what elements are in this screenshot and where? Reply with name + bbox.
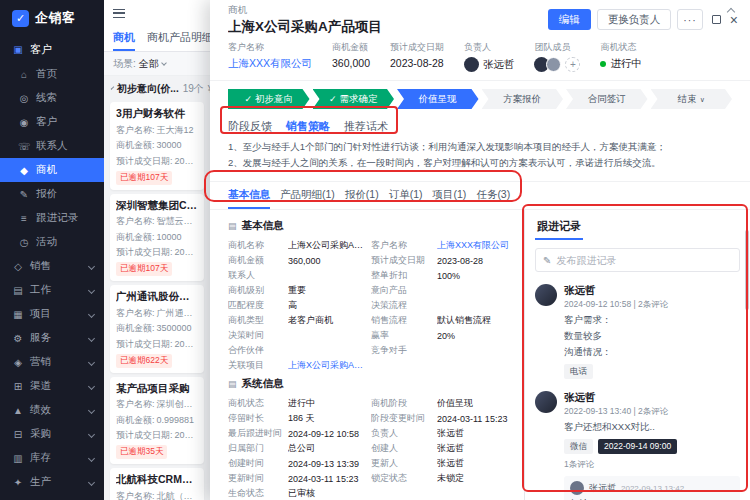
card-date-line: 预计成交日期:2024-05-29 xyxy=(116,155,198,168)
edit-button[interactable]: 编辑 xyxy=(548,9,591,30)
menu-icon: ⌂ xyxy=(18,69,30,80)
field-row: 联系人 整单折扣 100% xyxy=(228,268,514,283)
field-value: 总公司 xyxy=(288,442,365,455)
sidebar-group[interactable]: ⚙ 服务 xyxy=(0,326,104,350)
field-row: 关联项目 上海X公司采购A产品项目 xyxy=(228,358,514,373)
fullscreen-icon[interactable] xyxy=(712,15,721,24)
add-team-member-button[interactable] xyxy=(565,57,580,72)
stage-step[interactable]: 方案报价 xyxy=(482,89,564,109)
field-label: 生命状态 xyxy=(228,487,288,500)
sidebar-item-label: 跟进记录 xyxy=(36,211,78,225)
detail-tab[interactable]: 任务(3) xyxy=(476,182,510,209)
section-icon xyxy=(228,379,237,389)
detail-tab[interactable]: 订单(1) xyxy=(389,182,423,209)
stage-step[interactable]: 价值呈现 xyxy=(397,89,479,109)
sidebar-item[interactable]: ◎ 线索 xyxy=(0,86,104,110)
field-label: 创建人 xyxy=(371,442,437,455)
list-group-header[interactable]: 初步意向(价... 19个 ¥9... xyxy=(104,76,210,98)
field-label: 预计成交日期: xyxy=(116,430,173,440)
field-value: 上海X公司采购A产品项目 xyxy=(288,239,365,252)
menu-icon: ◇ xyxy=(12,261,24,272)
detail-tab[interactable]: 产品明细(1) xyxy=(280,182,335,209)
sidebar-group[interactable]: ▥ 库存 xyxy=(0,446,104,470)
strategy-tabbar: 阶段反馈 销售策略 推荐话术 xyxy=(210,113,750,136)
field-label: 商机金额: xyxy=(116,232,155,242)
detail-tab[interactable]: 基本信息 xyxy=(228,182,270,209)
chevron-down-icon xyxy=(88,334,95,341)
field-row: 合作伙伴 竞争对手 xyxy=(228,343,514,358)
sidebar-item[interactable]: ◆ 商机 xyxy=(0,158,104,182)
strategy-tab[interactable]: 推荐话术 xyxy=(344,119,388,136)
field-value: 未锁定 xyxy=(437,472,514,485)
menu-icon: ◉ xyxy=(18,117,30,128)
field-value: 王大海12 xyxy=(157,125,194,135)
chevron-down-icon xyxy=(88,478,95,485)
team-member-avatar-2 xyxy=(546,57,561,72)
detail-tab[interactable]: 项目(1) xyxy=(433,182,467,209)
comments-link[interactable]: 1条评论 xyxy=(564,459,740,471)
strategy-tab[interactable]: 阶段反馈 xyxy=(228,119,272,136)
opportunity-list-panel: 商机 商机产品明细 场景: 全部 初步意向(价... 19个 ¥9... 3用户… xyxy=(104,0,210,500)
sidebar-item[interactable]: ⌂ 首页 xyxy=(0,62,104,86)
more-button[interactable]: ··· xyxy=(677,9,703,30)
field-label: 合作伙伴 xyxy=(228,344,288,357)
field-value: 已审核 xyxy=(288,487,365,500)
follow-record-tab[interactable]: 跟进记录 xyxy=(535,216,583,240)
opportunity-card[interactable]: 深圳智慧集团CRM项目 客户名称:智慧云谷智能科技(深圳) 商机金额:10000… xyxy=(110,194,204,282)
list-tab[interactable]: 商机 xyxy=(113,26,135,51)
detail-main: 基本信息 商机名称 上海X公司采购A产品项目 客户名称 上海XXX有限公司 商机… xyxy=(210,210,524,500)
owner-avatar xyxy=(464,57,479,72)
card-title: 3用户财务软件 xyxy=(116,107,198,121)
sidebar-group[interactable]: ⊞ 渠道 xyxy=(0,374,104,398)
field-label: 整单折扣 xyxy=(371,269,437,282)
sidebar-group[interactable]: ▦ 项目 xyxy=(0,302,104,326)
field-label: 商机金额: xyxy=(116,140,155,150)
opportunity-card[interactable]: 某产品项目采购 客户名称:深圳创之新科技有限公司 商机金额:0.999881 预… xyxy=(110,377,204,465)
sidebar-group[interactable]: ⊟ 采购 xyxy=(0,422,104,446)
card-customer-line: 客户名称:智慧云谷智能科技(深圳) xyxy=(116,215,198,228)
field-label: 创建时间 xyxy=(228,457,288,470)
field-label: 销售流程 xyxy=(371,314,437,327)
follow-record-input-box[interactable] xyxy=(535,248,740,272)
system-info-rows: 商机状态 进行中 商机阶段 价值呈现 停留时长 186 天 阶段变更时间 202… xyxy=(228,396,514,500)
stage-step[interactable]: ✓ 需求确定 xyxy=(313,89,395,109)
sidebar-item[interactable]: ◷ 活动 xyxy=(0,230,104,254)
sidebar-group[interactable]: ✦ 生产 xyxy=(0,470,104,494)
stage-step[interactable]: ✓ 初步意向 xyxy=(228,89,310,109)
strategy-content: 1、至少与经手人1个部门的门针对性进行访谈；利用沟通深入发现影响本项目的经手人，… xyxy=(210,136,750,182)
sidebar-item[interactable]: ✎ 报价 xyxy=(0,182,104,206)
field-label: 竞争对手 xyxy=(371,344,437,357)
field-value: 2024-03-11 15:23 xyxy=(288,474,365,484)
sidebar-section-customers[interactable]: ▣ 客户 xyxy=(0,36,104,62)
customer-name-link[interactable]: 上海XXX有限公司 xyxy=(228,57,312,71)
drawer-scrollbar[interactable] xyxy=(745,230,749,310)
stage-step[interactable]: 合同签订 xyxy=(566,89,648,109)
sidebar-group[interactable]: ◇ 销售 xyxy=(0,254,104,278)
opportunity-card[interactable]: 3用户财务软件 客户名称:王大海12 商机金额:30000 预计成交日期:202… xyxy=(110,102,204,190)
change-owner-button[interactable]: 更换负责人 xyxy=(597,9,672,30)
stage-step[interactable]: 结束 ∨ xyxy=(651,89,733,109)
hamburger-icon[interactable] xyxy=(113,9,125,18)
field-label: 最后跟进时间 xyxy=(228,427,288,440)
strategy-tab[interactable]: 销售策略 xyxy=(286,119,330,136)
detail-tab[interactable]: 报价(1) xyxy=(345,182,379,209)
sidebar-group[interactable]: ◈ 营销 xyxy=(0,350,104,374)
list-tab[interactable]: 商机产品明细 xyxy=(147,26,210,51)
detail-tabbar: 基本信息 产品明细(1) 报价(1) 订单(1) 项目(1) xyxy=(210,182,750,210)
sidebar-item[interactable]: ◉ 客户 xyxy=(0,110,104,134)
opportunity-card[interactable]: 北航科技CRM项目 客户名称:北航（北京）科技有限... 商机金额:50000 … xyxy=(110,468,204,500)
opportunity-card[interactable]: 广州通讯股份有限公司 客户名称:广州通讯股份有限公司 商机金额:3500000 … xyxy=(110,285,204,373)
scene-filter[interactable]: 场景: 全部 xyxy=(104,52,210,76)
overdue-badge: 已逾期622天 xyxy=(116,354,172,368)
opportunity-cards: 3用户财务软件 客户名称:王大海12 商机金额:30000 预计成交日期:202… xyxy=(104,102,210,500)
menu-icon: ◎ xyxy=(18,93,30,104)
sidebar-group-label: 服务 xyxy=(30,331,51,345)
follow-record-input[interactable] xyxy=(556,255,732,266)
sidebar-group[interactable]: ▤ 工作 xyxy=(0,278,104,302)
field-label: 停留时长 xyxy=(228,412,288,425)
field-value: 360,000 xyxy=(288,256,365,266)
sidebar-item[interactable]: ☏ 联系人 xyxy=(0,134,104,158)
sidebar-item[interactable]: ≡ 跟进记录 xyxy=(0,206,104,230)
sidebar-group[interactable]: ▲ 绩效 xyxy=(0,398,104,422)
field-label: 预计成交日期: xyxy=(116,339,173,349)
